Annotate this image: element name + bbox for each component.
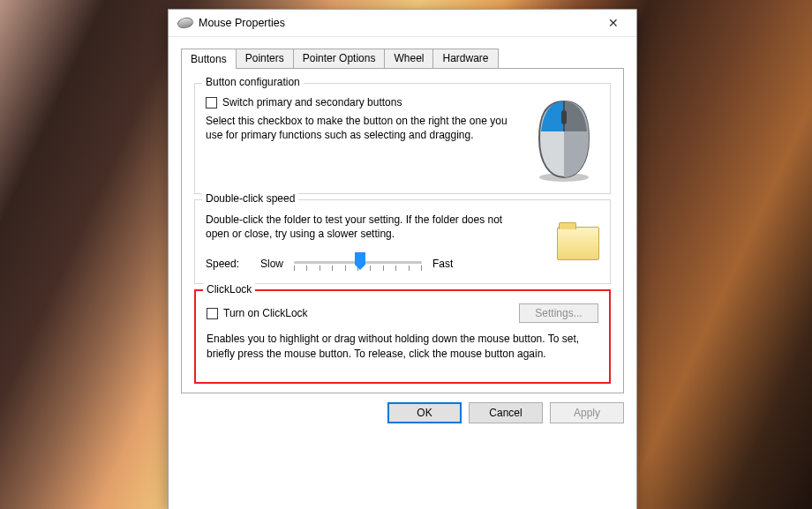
cancel-button[interactable]: Cancel [469, 402, 543, 423]
mouse-illustration [529, 96, 599, 184]
tab-body-buttons: Button configuration Switch primary and … [181, 69, 624, 393]
double-click-description: Double-click the folder to test your set… [206, 213, 529, 241]
group-button-configuration: Button configuration Switch primary and … [194, 83, 611, 194]
switch-buttons-checkbox[interactable] [206, 97, 217, 109]
apply-button: Apply [550, 402, 624, 423]
window-title: Mouse Properties [193, 17, 596, 29]
titlebar[interactable]: Mouse Properties ✕ [169, 10, 636, 37]
tab-wheel[interactable]: Wheel [384, 49, 433, 68]
double-click-speed-slider[interactable] [294, 253, 422, 274]
mouse-properties-dialog: Mouse Properties ✕ Buttons Pointers Poin… [168, 9, 637, 509]
speed-label: Speed: [206, 258, 250, 270]
group-label-button-config: Button configuration [202, 76, 304, 88]
group-label-double-click: Double-click speed [202, 192, 298, 205]
clicklock-settings-button: Settings... [519, 303, 598, 323]
ok-button[interactable]: OK [387, 402, 462, 423]
speed-slow-label: Slow [260, 258, 283, 270]
tab-strip: Buttons Pointers Pointer Options Wheel H… [181, 48, 624, 69]
group-double-click-speed: Double-click speed Double-click the fold… [194, 199, 611, 284]
group-clicklock: ClickLock Turn on ClickLock Settings... … [194, 289, 611, 383]
clicklock-checkbox[interactable] [207, 308, 218, 319]
speed-fast-label: Fast [432, 258, 453, 270]
tab-pointer-options[interactable]: Pointer Options [293, 49, 386, 68]
tab-pointers[interactable]: Pointers [236, 49, 294, 68]
switch-buttons-row[interactable]: Switch primary and secondary buttons [206, 96, 520, 109]
clicklock-label: Turn on ClickLock [223, 307, 308, 319]
slider-thumb[interactable] [355, 252, 365, 270]
desktop-background: Mouse Properties ✕ Buttons Pointers Poin… [0, 0, 812, 509]
svg-rect-2 [561, 110, 567, 124]
test-folder-icon[interactable] [557, 227, 599, 260]
close-button[interactable]: ✕ [596, 11, 631, 35]
mouse-icon [177, 16, 194, 29]
switch-buttons-description: Select this checkbox to make the button … [206, 114, 520, 142]
dialog-button-row: OK Cancel Apply [169, 393, 636, 434]
group-label-clicklock: ClickLock [203, 283, 255, 296]
switch-buttons-label: Switch primary and secondary buttons [222, 96, 402, 109]
tab-buttons[interactable]: Buttons [181, 49, 237, 69]
clicklock-row[interactable]: Turn on ClickLock [207, 307, 519, 319]
tab-hardware[interactable]: Hardware [432, 49, 498, 68]
clicklock-description: Enables you to highlight or drag without… [207, 332, 598, 360]
